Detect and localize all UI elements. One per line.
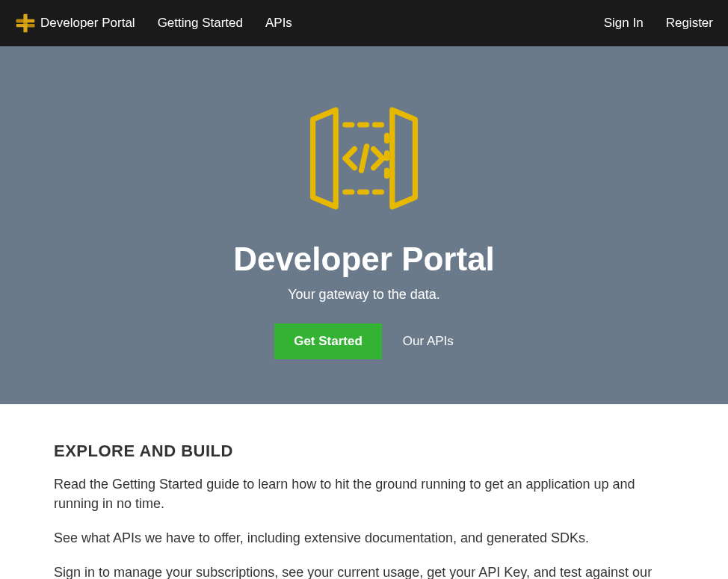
- get-started-button[interactable]: Get Started: [274, 323, 382, 359]
- content-section: EXPLORE AND BUILD Read the Getting Start…: [0, 404, 728, 579]
- nav-left: Developer Portal Getting Started APIs: [15, 13, 292, 34]
- svg-rect-5: [23, 22, 27, 24]
- nav-right: Sign In Register: [604, 16, 713, 31]
- nav-link-getting-started[interactable]: Getting Started: [158, 16, 243, 31]
- nav-link-signin[interactable]: Sign In: [604, 16, 644, 31]
- nav-link-apis[interactable]: APIs: [265, 16, 292, 31]
- nav-brand-link[interactable]: Developer Portal: [15, 13, 135, 34]
- svg-rect-4: [28, 24, 35, 27]
- hero-title: Developer Portal: [15, 241, 713, 278]
- content-paragraph-2: See what APIs we have to offer, includin…: [54, 528, 674, 548]
- brand-text: Developer Portal: [40, 16, 135, 31]
- content-paragraph-3: Sign in to manage your subscriptions, se…: [54, 563, 674, 579]
- navbar: Developer Portal Getting Started APIs Si…: [0, 0, 728, 46]
- our-apis-button[interactable]: Our APIs: [403, 334, 454, 349]
- nav-link-register[interactable]: Register: [666, 16, 713, 31]
- hero-subtitle: Your gateway to the data.: [15, 287, 713, 303]
- brand-logo-icon: [15, 13, 36, 34]
- api-gateway-icon: [15, 91, 713, 226]
- content-paragraph-1: Read the Getting Started guide to learn …: [54, 474, 674, 513]
- explore-heading: EXPLORE AND BUILD: [54, 442, 674, 461]
- svg-rect-3: [16, 19, 24, 22]
- hero-button-row: Get Started Our APIs: [15, 323, 713, 359]
- hero-section: Developer Portal Your gateway to the dat…: [0, 46, 728, 404]
- svg-line-12: [361, 146, 366, 170]
